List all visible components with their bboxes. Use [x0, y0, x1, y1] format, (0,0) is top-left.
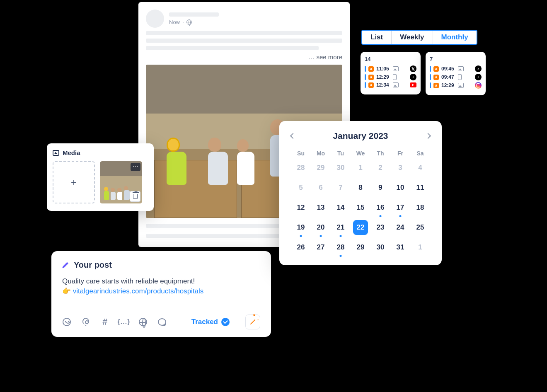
brand-badge: a [433, 83, 439, 88]
tab-weekly[interactable]: Weekly [392, 31, 433, 44]
calendar-day[interactable]: 14 [331, 201, 351, 214]
weekday-label: Su [291, 150, 311, 157]
calendar-day[interactable]: 17 [390, 201, 410, 214]
post-time: 12:29 [376, 74, 390, 80]
calendar-day[interactable]: 29 [311, 162, 331, 174]
calendar-day[interactable]: 12 [291, 201, 311, 214]
day-number: 14 [365, 56, 416, 62]
day-card: 14 a11:05a12:29a12:34 [361, 52, 421, 94]
calendar-day[interactable]: 31 [390, 241, 410, 254]
post-text[interactable]: Quality care starts with reliable equipm… [62, 276, 260, 296]
calendar-day[interactable]: 4 [410, 162, 430, 174]
calendar-day[interactable]: 19 [291, 221, 311, 234]
view-mode-tabs: List Weekly Monthly [361, 30, 477, 45]
scheduled-post-row[interactable]: a09:45 [430, 65, 482, 72]
media-panel: Media + ⋯ [47, 143, 154, 211]
calendar-title: January 2023 [333, 131, 388, 141]
tracked-label: Tracked [191, 318, 218, 326]
day-card-b-rows: a09:45a09:47a12:29 [430, 65, 482, 89]
photo-icon [458, 83, 464, 88]
thumbnail-delete-button[interactable] [130, 191, 140, 202]
calendar-prev-button[interactable] [290, 133, 296, 139]
see-more-link[interactable]: … see more [146, 53, 342, 60]
ai-wand-button[interactable] [245, 315, 260, 329]
weekday-label: Fr [390, 150, 410, 157]
calendar-day[interactable]: 2 [370, 162, 390, 174]
tab-list[interactable]: List [362, 31, 392, 44]
x-icon [410, 65, 416, 72]
media-title-text: Media [63, 149, 80, 156]
calendar-day[interactable]: 16 [370, 201, 390, 214]
post-link[interactable]: vitalgearindustries.com/products/hospita… [73, 287, 204, 295]
tab-monthly[interactable]: Monthly [433, 31, 477, 44]
tracked-toggle[interactable]: Tracked [191, 318, 230, 326]
calendar-day[interactable]: 6 [311, 181, 331, 194]
day-card: 7 a09:45a09:47a12:29 [426, 52, 486, 95]
calendar-day[interactable]: 13 [311, 201, 331, 214]
scheduled-post-row[interactable]: a09:47 [430, 74, 482, 80]
skeleton-line [146, 31, 342, 35]
your-post-title: Your post [74, 260, 112, 270]
pencil-icon [62, 262, 69, 269]
calendar-day[interactable]: 26 [291, 241, 311, 254]
event-dot [380, 215, 382, 217]
comment-button[interactable] [157, 317, 167, 327]
row-accent [430, 74, 431, 80]
scheduled-post-row[interactable]: a12:29 [430, 82, 482, 89]
calendar-day[interactable]: 5 [291, 181, 311, 194]
calendar-day[interactable]: 1 [410, 241, 430, 254]
calendar-day[interactable]: 9 [370, 181, 390, 194]
calendar-day[interactable]: 21 [331, 221, 351, 234]
calendar-day[interactable]: 30 [331, 162, 351, 174]
weekday-label: We [351, 150, 370, 157]
media-thumbnail[interactable]: ⋯ [100, 161, 142, 203]
calendar-day[interactable]: 7 [331, 181, 351, 194]
post-time: 09:45 [441, 66, 455, 72]
scheduled-post-row[interactable]: a11:05 [365, 65, 416, 72]
calendar-day[interactable]: 18 [410, 201, 430, 214]
location-button[interactable] [81, 317, 90, 327]
post-time: Now · [169, 19, 219, 25]
event-dot [340, 235, 342, 237]
calendar-day[interactable]: 10 [390, 181, 410, 194]
calendar-days-grid: 2829301234567891011121314151617181920212… [291, 162, 430, 254]
calendar-day[interactable]: 25 [410, 221, 430, 234]
calendar-next-button[interactable] [425, 133, 431, 139]
calendar-day[interactable]: 24 [390, 221, 410, 234]
calendar-day[interactable]: 15 [351, 201, 370, 214]
calendar-day[interactable]: 28 [291, 162, 311, 174]
weekday-label: Th [370, 150, 390, 157]
emoji-pointer: 👉 [62, 287, 71, 295]
post-time: 12:34 [376, 82, 390, 88]
post-time: 11:05 [376, 66, 390, 72]
row-accent [365, 66, 366, 72]
scheduled-post-row[interactable]: a12:29 [365, 74, 416, 80]
emoji-picker-button[interactable] [62, 317, 71, 327]
calendar-day[interactable]: 11 [410, 181, 430, 194]
add-media-button[interactable]: + [53, 161, 95, 203]
bubble-icon [158, 318, 166, 326]
globe-button[interactable] [138, 317, 148, 327]
calendar-day[interactable]: 3 [390, 162, 410, 174]
calendar-day[interactable]: 27 [311, 241, 331, 254]
scheduled-post-row[interactable]: a12:34 [365, 82, 416, 88]
calendar-day[interactable]: 8 [351, 181, 370, 194]
row-accent [365, 82, 366, 88]
calendar-day[interactable]: 22 [353, 220, 368, 235]
event-dot [320, 235, 322, 237]
your-post-card: Your post Quality care starts with relia… [51, 251, 271, 337]
calendar-day[interactable]: 20 [311, 221, 331, 234]
thumbnail-more-icon[interactable]: ⋯ [131, 163, 140, 171]
variable-button[interactable]: {...} [119, 317, 128, 327]
calendar-day[interactable]: 1 [351, 162, 370, 174]
calendar-day[interactable]: 30 [370, 241, 390, 254]
globe-icon [186, 19, 192, 25]
calendar-day[interactable]: 28 [331, 241, 351, 254]
calendar-day[interactable]: 23 [370, 221, 390, 234]
photo-icon [458, 66, 464, 71]
weekday-label: Tu [331, 150, 351, 157]
row-accent [430, 82, 431, 88]
calendar-day[interactable]: 29 [351, 241, 370, 254]
row-accent [365, 74, 366, 80]
hashtag-button[interactable]: # [100, 317, 109, 327]
